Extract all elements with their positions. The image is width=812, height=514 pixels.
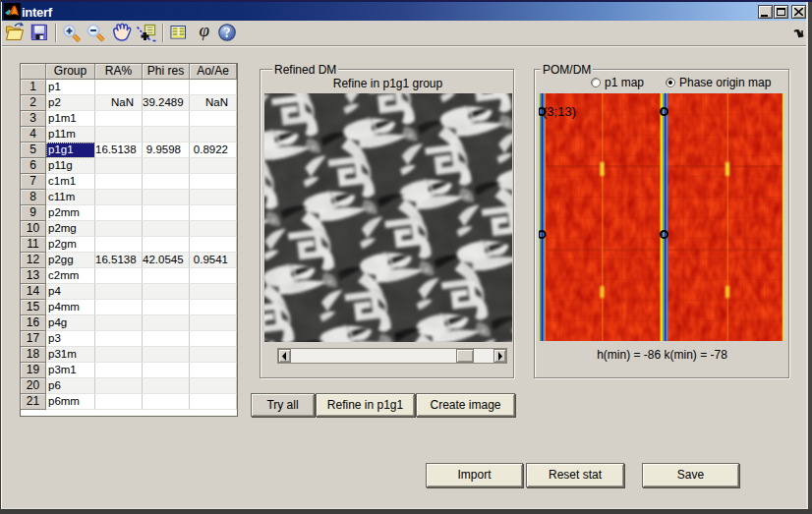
svg-text:?: ? xyxy=(224,26,231,40)
svg-text:(3;13): (3;13) xyxy=(543,104,576,119)
svg-text:φ: φ xyxy=(200,21,210,40)
